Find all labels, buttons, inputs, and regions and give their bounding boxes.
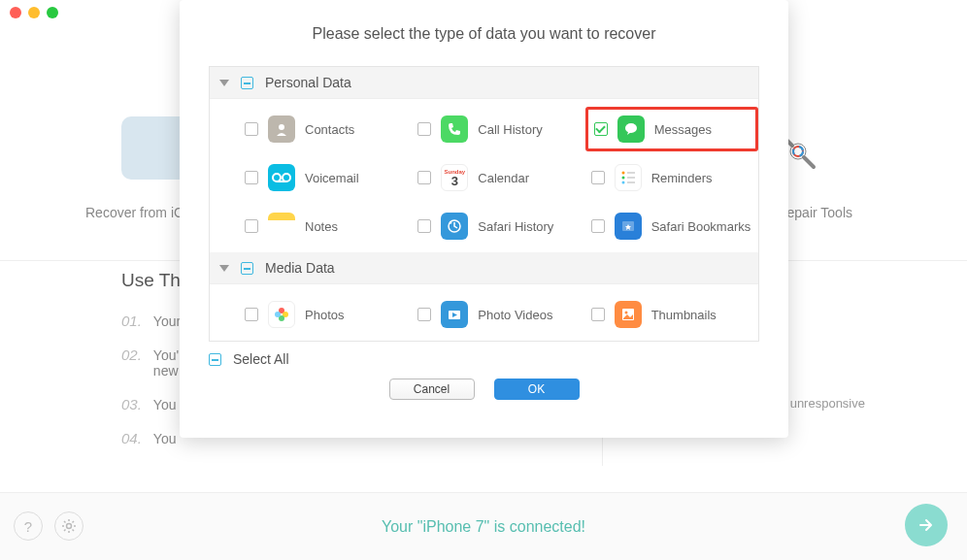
item-safari-bookmarks[interactable]: Safari Bookmarks [585, 204, 758, 248]
section-checkbox-indeterminate[interactable] [241, 77, 253, 89]
reminders-icon [615, 164, 642, 191]
footer-bar: Your "iPhone 7" is connected! [0, 492, 967, 560]
messages-icon [617, 115, 645, 143]
connection-status: Your "iPhone 7" is connected! [382, 518, 585, 536]
thumbnails-icon [615, 301, 642, 328]
contacts-icon [268, 115, 295, 143]
select-all-checkbox-indeterminate[interactable] [209, 353, 221, 366]
item-photo-videos[interactable]: Photo Videos [412, 292, 584, 337]
calendar-icon: Sunday3 [441, 164, 468, 191]
voicemail-icon [268, 164, 295, 191]
svg-point-8 [621, 172, 624, 175]
svg-point-6 [283, 174, 290, 181]
select-all-row[interactable]: Select All [209, 351, 759, 367]
item-thumbnails[interactable]: Thumbnails [585, 292, 758, 337]
cancel-button[interactable]: Cancel [389, 379, 475, 400]
item-label: Safari Bookmarks [651, 219, 751, 234]
section-header-media[interactable]: Media Data [210, 252, 758, 284]
item-label: Photo Videos [478, 308, 552, 322]
photos-icon [268, 301, 295, 328]
item-label: Notes [305, 219, 338, 234]
checkbox[interactable] [417, 219, 431, 233]
step-number: 02. [121, 346, 142, 363]
item-label: Thumbnails [651, 308, 717, 322]
modal-buttons: Cancel OK [180, 379, 788, 400]
checkbox[interactable] [417, 122, 431, 136]
item-notes[interactable]: Notes [239, 204, 412, 248]
item-label: Reminders [651, 171, 713, 185]
checkbox[interactable] [245, 122, 258, 136]
arrow-right-icon [917, 515, 936, 535]
svg-point-23 [67, 524, 72, 529]
item-safari-history[interactable]: Safari History [412, 204, 584, 248]
bookmarks-icon [615, 213, 642, 240]
svg-point-4 [625, 123, 637, 133]
item-label: Photos [305, 308, 344, 322]
notes-icon [268, 213, 295, 240]
svg-point-19 [275, 312, 281, 317]
disclosure-triangle-icon[interactable] [219, 265, 229, 272]
phone-icon [441, 115, 468, 143]
item-label: Call History [478, 122, 542, 137]
checkbox[interactable] [591, 171, 605, 184]
checkbox[interactable] [245, 308, 258, 321]
item-messages[interactable]: Messages [585, 107, 758, 151]
help-button[interactable]: ? [14, 511, 43, 541]
step-number: 01. [121, 313, 142, 329]
settings-button[interactable] [54, 511, 83, 541]
modal-title: Please select the type of data you want … [180, 25, 788, 43]
item-photos[interactable]: Photos [239, 292, 412, 337]
checkbox[interactable] [417, 308, 431, 321]
safari-history-icon [441, 213, 468, 240]
step-number: 04. [121, 430, 142, 446]
item-label: Messages [654, 122, 712, 137]
step-text: Your [153, 313, 181, 329]
item-call-history[interactable]: Call History [412, 107, 584, 151]
svg-point-10 [621, 181, 624, 184]
recover-from-icloud-label: Recover from iC [85, 205, 183, 220]
repair-tools-label: epair Tools [787, 205, 852, 220]
checkbox[interactable] [417, 171, 431, 184]
svg-point-9 [621, 177, 624, 180]
checkbox-checked[interactable] [594, 122, 608, 136]
personal-data-grid: Contacts Call History Messages Voicemail… [210, 99, 758, 252]
media-data-grid: Photos Photo Videos Thumbnails [210, 284, 758, 341]
data-sections: Personal Data Contacts Call History Mess… [209, 66, 759, 342]
svg-point-5 [273, 174, 281, 181]
disclosure-triangle-icon[interactable] [219, 80, 229, 86]
checkbox[interactable] [591, 308, 605, 321]
item-reminders[interactable]: Reminders [585, 155, 758, 200]
section-header-personal[interactable]: Personal Data [210, 67, 758, 99]
data-type-selector-modal: Please select the type of data you want … [180, 0, 788, 438]
section-checkbox-indeterminate[interactable] [241, 262, 253, 275]
item-label: Calendar [478, 171, 529, 185]
next-button[interactable] [905, 504, 948, 546]
step-text: You' new [153, 347, 179, 379]
svg-point-22 [624, 312, 627, 314]
item-voicemail[interactable]: Voicemail [239, 155, 412, 200]
step-text: You [153, 397, 177, 412]
select-all-label: Select All [233, 351, 289, 367]
checkbox[interactable] [591, 219, 605, 233]
checkbox[interactable] [245, 171, 258, 184]
step-text: You [153, 431, 177, 446]
section-title: Media Data [265, 260, 335, 276]
checkbox[interactable] [245, 219, 258, 233]
photo-videos-icon [441, 301, 468, 328]
item-label: Contacts [305, 122, 354, 137]
item-label: Safari History [478, 219, 553, 234]
gear-icon [61, 518, 77, 534]
item-label: Voicemail [305, 171, 359, 185]
section-title: Personal Data [265, 75, 351, 90]
item-calendar[interactable]: Sunday3Calendar [412, 155, 584, 200]
step-number: 03. [121, 396, 142, 412]
item-contacts[interactable]: Contacts [239, 107, 412, 151]
ok-button[interactable]: OK [494, 379, 580, 400]
svg-point-3 [279, 124, 284, 130]
